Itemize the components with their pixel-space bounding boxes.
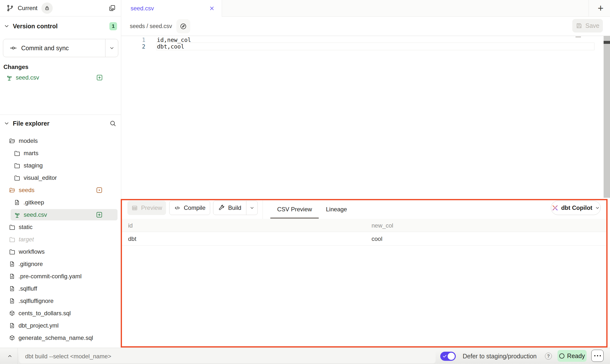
status-circle-icon	[559, 353, 564, 359]
status-bar: Defer to staging/production ? Ready	[0, 348, 610, 364]
folder-icon	[9, 224, 16, 231]
changed-file-row[interactable]: seed.csv	[0, 72, 121, 83]
tab-label: CSV Preview	[277, 206, 312, 213]
new-tab-button[interactable]: +	[591, 0, 610, 17]
explore-lineage-button[interactable]	[176, 19, 190, 33]
line-content[interactable]: dbt,cool	[157, 43, 184, 50]
file-tree: models marts staging visual_editor seeds	[0, 135, 121, 344]
tree-item-marts[interactable]: marts	[0, 147, 121, 159]
dbt-copilot-logo-icon	[552, 204, 559, 211]
tree-item-sqlfluffignore[interactable]: .sqlfluffignore	[0, 295, 121, 307]
dbt-command-input[interactable]	[19, 349, 436, 363]
tree-item-label: .sqlfluff	[18, 285, 37, 292]
tree-item-label: dbt_project.yml	[18, 322, 59, 329]
folder-open-icon	[9, 138, 16, 144]
tree-item-pre-commit-config[interactable]: .pre-commit-config.yaml	[0, 270, 121, 282]
tree-item-static[interactable]: static	[0, 221, 121, 233]
divider	[17, 348, 18, 364]
plus-icon: +	[598, 3, 603, 14]
line-number: 1	[121, 37, 145, 43]
file-search-button[interactable]	[109, 120, 117, 127]
commit-and-sync-label: Commit and sync	[21, 45, 69, 52]
file-icon	[9, 298, 15, 304]
build-split-button: Build	[213, 201, 258, 215]
scrollbar-thumb[interactable]	[604, 41, 610, 44]
tree-item-seed-csv[interactable]: seed.csv	[0, 209, 121, 221]
column-header: new_col	[372, 219, 393, 232]
tree-item-label: models	[19, 137, 38, 144]
duplicate-tab-button[interactable]	[108, 4, 116, 12]
tree-item-dbt-project[interactable]: dbt_project.yml	[0, 319, 121, 332]
tree-item-target[interactable]: target	[0, 233, 121, 246]
more-options-button[interactable]	[591, 350, 604, 362]
tree-item-label: cents_to_dollars.sql	[18, 310, 71, 317]
tree-item-cents-to-dollars[interactable]: cents_to_dollars.sql	[0, 307, 121, 319]
tree-item-label: seeds	[19, 187, 34, 194]
minimap-mark	[576, 36, 581, 37]
line-content[interactable]: id,new_col	[157, 37, 191, 43]
chevron-down-icon[interactable]	[4, 121, 9, 126]
branch-row: Current	[0, 0, 121, 17]
check-icon	[442, 354, 447, 359]
tree-item-label: marts	[24, 150, 38, 157]
tree-item-label: .pre-commit-config.yaml	[18, 273, 82, 280]
editor-line[interactable]: 2 dbt,cool	[121, 43, 610, 50]
tree-item-workflows[interactable]: workflows	[0, 246, 121, 258]
modified-status-icon	[96, 186, 103, 194]
build-button[interactable]: Build	[213, 201, 246, 215]
tree-item-sqlfluff[interactable]: .sqlfluff	[0, 282, 121, 295]
build-options-caret[interactable]	[246, 201, 257, 215]
file-icon	[14, 199, 20, 206]
commit-and-sync-button[interactable]: Commit and sync	[3, 39, 118, 57]
dbt-copilot-button[interactable]: dbt Copilot	[551, 201, 601, 215]
version-control-title: Version control	[13, 23, 58, 30]
folder-icon	[14, 150, 20, 157]
commit-options-caret[interactable]	[105, 39, 118, 57]
tree-item-models[interactable]: models	[0, 135, 121, 147]
tree-item-gitignore[interactable]: .gitignore	[0, 258, 121, 270]
line-number: 2	[121, 43, 145, 50]
breadcrumb-row: seeds / seed.csv Save	[121, 17, 610, 36]
tab-csv-preview[interactable]: CSV Preview	[277, 200, 312, 218]
chevron-down-icon	[250, 205, 254, 210]
preview-label: Preview	[141, 204, 162, 211]
compile-button[interactable]: Compile	[169, 201, 210, 215]
file-icon	[9, 273, 15, 280]
tree-item-label: .gitkeep	[23, 199, 44, 206]
tree-item-label: .sqlfluffignore	[18, 298, 53, 304]
code-icon	[174, 205, 181, 211]
folder-icon	[14, 162, 20, 169]
editor-scrollbar[interactable]	[604, 36, 610, 198]
chevron-down-icon[interactable]	[4, 23, 9, 29]
branch-name: Current	[18, 5, 37, 12]
version-control-header: Version control 1	[0, 17, 121, 36]
preview-button[interactable]: Preview	[127, 201, 166, 215]
compass-icon	[180, 23, 187, 30]
tree-item-gitkeep[interactable]: .gitkeep	[0, 196, 121, 209]
tree-item-staging[interactable]: staging	[0, 159, 121, 172]
cube-icon	[9, 335, 15, 341]
tab-close-button[interactable]	[209, 5, 215, 11]
help-icon[interactable]: ?	[545, 353, 552, 360]
breadcrumb: seeds / seed.csv	[130, 23, 172, 30]
cell-value: cool	[372, 232, 382, 246]
defer-toggle[interactable]	[440, 352, 456, 361]
tree-item-generate-schema-name[interactable]: generate_schema_name.sql	[0, 332, 121, 344]
ide-status-badge[interactable]: Ready	[558, 350, 587, 362]
toggle-knob	[448, 353, 455, 360]
tree-item-label: .gitignore	[18, 261, 43, 267]
close-icon	[209, 5, 215, 11]
tree-item-seeds[interactable]: seeds	[0, 184, 121, 196]
wrench-icon	[218, 205, 225, 211]
divider	[263, 200, 263, 219]
tab-lineage[interactable]: Lineage	[326, 200, 347, 218]
expand-command-bar-button[interactable]	[3, 348, 17, 364]
save-button[interactable]: Save	[572, 19, 603, 33]
ellipsis-icon	[594, 355, 595, 356]
code-editor[interactable]: 1 id,new_col 2 dbt,cool	[121, 36, 610, 199]
tree-item-visual-editor[interactable]: visual_editor	[0, 172, 121, 184]
commit-and-sync-main[interactable]: Commit and sync	[3, 39, 105, 57]
editor-tab-bar: seed.csv +	[121, 0, 610, 17]
tab-seed-csv[interactable]: seed.csv	[121, 0, 222, 17]
folder-icon	[9, 248, 16, 255]
